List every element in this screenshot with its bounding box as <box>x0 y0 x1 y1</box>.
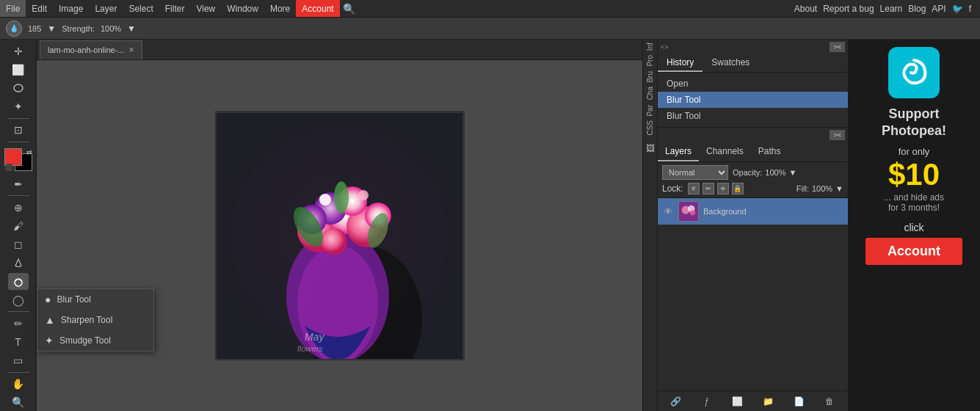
blur-tool-icon: ● <box>45 294 51 305</box>
separator-4 <box>7 311 29 312</box>
lock-paint-icon[interactable]: ✏ <box>703 183 714 194</box>
layer-effects-button[interactable]: ƒ <box>700 394 714 409</box>
left-toolbar: ✛ ⬜ ✦ ⊡ ⇄ ⬛ ✒ ⊕ 🖌 ◻ ◯ ✏ T ▭ ✋ <box>0 40 37 411</box>
blend-mode-row: Normal Opacity: 100% ▼ <box>662 165 843 180</box>
search-button[interactable]: 🔍 <box>340 3 358 15</box>
tool-magic-wand[interactable]: ✦ <box>8 98 29 115</box>
menu-layer[interactable]: Layer <box>89 0 123 17</box>
report-bug-link[interactable]: Report a bug <box>823 4 874 14</box>
opacity-dropdown-arrow[interactable]: ▼ <box>789 168 797 177</box>
history-item-open[interactable]: Open <box>658 76 848 92</box>
history-item-blur1[interactable]: Blur Tool <box>658 92 848 108</box>
lock-all-icon[interactable]: 🔒 <box>732 183 744 194</box>
tool-crop[interactable]: ⊡ <box>8 122 29 139</box>
tool-spot-heal[interactable]: ⊕ <box>8 199 29 216</box>
menu-image[interactable]: Image <box>53 0 89 17</box>
side-label-cha[interactable]: Cha <box>646 87 654 100</box>
facebook-icon[interactable]: f <box>969 4 971 14</box>
menu-file[interactable]: File <box>0 0 26 17</box>
side-label-bru[interactable]: Bru <box>646 71 654 83</box>
ad-account-button[interactable]: Account <box>865 238 962 265</box>
context-menu-smudge-tool[interactable]: ✦ Smudge Tool <box>37 330 153 351</box>
menu-filter[interactable]: Filter <box>159 0 191 17</box>
ad-click-label: click <box>904 222 923 233</box>
delete-layer-button[interactable]: 🗑 <box>822 394 837 409</box>
tool-text[interactable]: T <box>8 333 29 350</box>
fill-dropdown-arrow[interactable]: ▼ <box>835 184 843 193</box>
ad-panel: Support Photopea! for only $10 ... and h… <box>848 40 980 411</box>
tab-layers[interactable]: Layers <box>658 142 699 161</box>
canvas-wrapper[interactable]: May flowers <box>37 60 642 411</box>
color-reset-icon[interactable]: ⬛ <box>4 164 12 171</box>
tool-move[interactable]: ✛ <box>8 43 29 59</box>
lock-row: Lock: # ✏ ✛ 🔒 Fill: 100% ▼ <box>662 183 843 194</box>
tool-hand[interactable]: ✋ <box>8 376 29 393</box>
strength-dropdown-arrow[interactable]: ▼ <box>127 23 136 34</box>
size-indicator: 185 <box>28 24 41 33</box>
dropdown-arrow[interactable]: ▼ <box>47 23 56 34</box>
menu-window[interactable]: Window <box>221 0 264 17</box>
opacity-row: Opacity: 100% ▼ <box>733 168 796 177</box>
history-item-blur2[interactable]: Blur Tool <box>658 108 848 124</box>
twitter-icon[interactable]: 🐦 <box>952 4 963 14</box>
menu-select[interactable]: Select <box>123 0 159 17</box>
tool-pen[interactable]: ✏ <box>8 315 29 332</box>
tool-brush[interactable]: 🖌 <box>8 217 29 234</box>
tool-eraser[interactable]: ◻ <box>8 236 29 253</box>
menu-edit[interactable]: Edit <box>26 0 53 17</box>
ad-title: Support Photopea! <box>882 106 946 140</box>
lock-transparency-icon[interactable]: # <box>688 183 700 194</box>
blend-mode-select[interactable]: Normal <box>662 165 728 180</box>
tool-shape[interactable]: ▭ <box>8 352 29 369</box>
layers-thumbnail-icon[interactable]: 🖼 <box>646 143 655 153</box>
menu-view[interactable]: View <box>190 0 221 17</box>
layers-panel-collapse-btn[interactable]: >< <box>830 130 845 141</box>
link-layers-button[interactable]: 🔗 <box>669 394 683 409</box>
context-menu-blur-tool[interactable]: ● Blur Tool <box>37 289 153 310</box>
new-layer-button[interactable]: 📄 <box>791 394 806 409</box>
lock-move-icon[interactable]: ✛ <box>717 183 729 194</box>
about-link[interactable]: About <box>794 4 817 14</box>
document-tab[interactable]: lam-mo-anh-online-... × <box>40 40 142 59</box>
tab-history-visible[interactable]: History <box>658 54 703 72</box>
menu-account[interactable]: Account <box>296 0 339 17</box>
tool-marquee-rect[interactable]: ⬜ <box>8 61 29 78</box>
side-label-inf[interactable]: Inf <box>646 43 654 51</box>
panel-collapse-btn[interactable]: >< <box>830 42 845 53</box>
tab-close-button[interactable]: × <box>129 45 134 55</box>
svg-point-25 <box>690 210 695 215</box>
side-label-css[interactable]: CSS <box>646 120 654 136</box>
svg-text:flowers: flowers <box>297 344 323 353</box>
api-link[interactable]: API <box>932 4 945 14</box>
tool-zoom[interactable]: 🔍 <box>8 394 29 411</box>
layer-name-background: Background <box>703 207 747 216</box>
menu-more[interactable]: More <box>264 0 296 17</box>
layers-list: 👁 Background <box>658 198 848 390</box>
color-swap-icon[interactable]: ⇄ <box>26 148 32 156</box>
side-label-pro[interactable]: Pro <box>646 55 654 67</box>
new-group-button[interactable]: 📁 <box>761 394 775 409</box>
tab-channels[interactable]: Channels <box>699 142 751 161</box>
tool-icon: 💧 <box>6 21 22 37</box>
blur-tool-label: Blur Tool <box>57 294 90 305</box>
learn-link[interactable]: Learn <box>880 4 903 14</box>
tool-bucket[interactable] <box>8 255 29 272</box>
canvas-image[interactable]: May flowers <box>215 111 465 360</box>
lock-label: Lock: <box>662 183 683 194</box>
layer-mask-button[interactable]: ⬜ <box>730 394 745 409</box>
history-panel-tabs: Layers History Swatches <box>658 54 848 73</box>
layers-panel-top-row: >< <box>658 128 848 142</box>
tool-lasso[interactable] <box>8 79 29 96</box>
svg-point-14 <box>321 228 347 255</box>
blog-link[interactable]: Blog <box>908 4 926 14</box>
tab-swatches[interactable]: Swatches <box>703 54 758 72</box>
tool-eyedropper[interactable]: ✒ <box>8 175 29 192</box>
tool-dodge[interactable]: ◯ <box>8 291 29 308</box>
side-label-par[interactable]: Par <box>646 105 654 117</box>
tool-blur[interactable] <box>8 273 29 290</box>
layer-visibility-icon[interactable]: 👁 <box>662 205 674 217</box>
layer-item-background[interactable]: 👁 Background <box>658 198 848 225</box>
svg-point-0 <box>14 84 23 92</box>
tab-paths[interactable]: Paths <box>751 142 788 161</box>
context-menu-sharpen-tool[interactable]: ▲ Sharpen Tool <box>37 310 153 330</box>
